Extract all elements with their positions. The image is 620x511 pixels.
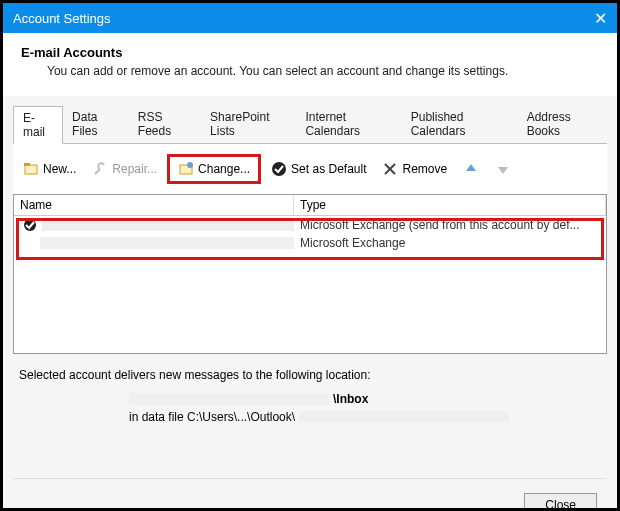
window-title: Account Settings — [13, 11, 594, 26]
account-type: Microsoft Exchange — [294, 236, 606, 250]
default-check-icon — [22, 217, 38, 233]
arrow-up-icon — [463, 161, 479, 177]
repair-button[interactable]: Repair... — [86, 158, 163, 180]
list-header: Name Type — [14, 195, 606, 216]
move-up-button[interactable] — [457, 158, 485, 180]
svg-point-3 — [187, 162, 193, 168]
close-icon[interactable]: ✕ — [594, 9, 607, 28]
change-label: Change... — [198, 162, 250, 176]
repair-label: Repair... — [112, 162, 157, 176]
remove-label: Remove — [402, 162, 447, 176]
delivery-location-label: Selected account delivers new messages t… — [19, 368, 601, 382]
titlebar: Account Settings ✕ — [3, 3, 617, 33]
svg-rect-0 — [25, 165, 37, 174]
tab-data-files[interactable]: Data Files — [63, 106, 129, 143]
set-default-label: Set as Default — [291, 162, 366, 176]
change-button[interactable]: Change... — [167, 154, 261, 184]
table-row[interactable]: Microsoft Exchange (send from this accou… — [14, 216, 606, 234]
new-button[interactable]: New... — [17, 158, 82, 180]
tab-published-calendars[interactable]: Published Calendars — [402, 106, 518, 143]
tab-strip: E-mail Data Files RSS Feeds SharePoint L… — [13, 96, 607, 144]
toolbar: New... Repair... Change... Set as Defaul… — [13, 144, 607, 194]
change-icon — [178, 161, 194, 177]
svg-rect-1 — [24, 163, 30, 166]
column-header-name[interactable]: Name — [14, 195, 294, 215]
column-header-type[interactable]: Type — [294, 195, 606, 215]
datafile-prefix: in data file C:\Users\...\Outlook\ — [129, 410, 295, 424]
tab-email[interactable]: E-mail — [13, 106, 63, 144]
move-down-button[interactable] — [489, 158, 517, 180]
account-type: Microsoft Exchange (send from this accou… — [294, 218, 606, 232]
tab-internet-calendars[interactable]: Internet Calendars — [296, 106, 401, 143]
delivery-location-path: \Inbox — [19, 392, 601, 406]
content-area: E-mail Data Files RSS Feeds SharePoint L… — [3, 96, 617, 511]
repair-icon — [92, 161, 108, 177]
footer-info: Selected account delivers new messages t… — [13, 354, 607, 438]
header-title: E-mail Accounts — [21, 45, 599, 60]
tab-rss-feeds[interactable]: RSS Feeds — [129, 106, 201, 143]
account-list: Name Type Microsoft Exchange (send from … — [13, 194, 607, 354]
new-icon — [23, 161, 39, 177]
new-label: New... — [43, 162, 76, 176]
remove-icon — [382, 161, 398, 177]
tab-address-books[interactable]: Address Books — [518, 106, 607, 143]
account-name-redacted — [40, 237, 294, 249]
close-button[interactable]: Close — [524, 493, 597, 511]
delivery-datafile-path: in data file C:\Users\...\Outlook\ — [19, 410, 601, 424]
dialog-buttons: Close — [13, 478, 607, 511]
account-name-redacted — [42, 219, 294, 231]
header: E-mail Accounts You can add or remove an… — [3, 33, 617, 96]
path-redacted — [299, 411, 509, 423]
remove-button[interactable]: Remove — [376, 158, 453, 180]
tab-sharepoint-lists[interactable]: SharePoint Lists — [201, 106, 296, 143]
arrow-down-icon — [495, 161, 511, 177]
inbox-suffix: \Inbox — [333, 392, 368, 406]
header-subtitle: You can add or remove an account. You ca… — [21, 64, 599, 78]
check-circle-icon — [271, 161, 287, 177]
set-default-button[interactable]: Set as Default — [265, 158, 372, 180]
table-row[interactable]: Microsoft Exchange — [14, 234, 606, 252]
svg-point-5 — [24, 219, 36, 231]
svg-point-4 — [272, 162, 286, 176]
account-redacted — [129, 393, 329, 405]
